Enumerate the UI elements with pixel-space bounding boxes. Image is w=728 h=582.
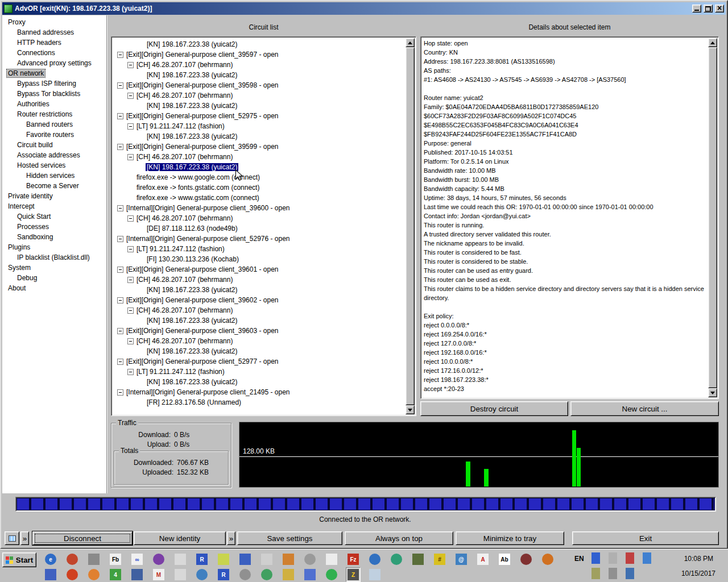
sidebar-item[interactable]: Associate addresses bbox=[2, 150, 106, 160]
circuit-tree-item[interactable]: [KN] 198.167.223.38 (yuicat2) bbox=[113, 315, 404, 326]
circuit-tree-item[interactable]: [Exit][Origin] General-purpose client_52… bbox=[113, 111, 404, 121]
app-icon-b13[interactable] bbox=[303, 567, 317, 582]
sidebar-item[interactable]: Favorite routers bbox=[2, 130, 106, 140]
sidebar-item[interactable]: Bypass Tor blacklists bbox=[2, 89, 106, 99]
sidebar-item[interactable]: Hosted services bbox=[2, 160, 106, 171]
app-icon-12[interactable] bbox=[281, 552, 296, 567]
sidebar-item[interactable]: IP blacklist (Blacklist.dll) bbox=[2, 252, 106, 263]
sidebar-item[interactable]: Banned addresses bbox=[2, 27, 106, 38]
circuit-tree-item[interactable]: [Exit][Origin] General-purpose client_52… bbox=[113, 356, 404, 367]
app-icon-18[interactable] bbox=[411, 552, 425, 567]
app-icon-b12[interactable] bbox=[281, 567, 296, 582]
circuit-tree-item[interactable]: [KN] 198.167.223.38 (yuicat2) bbox=[113, 70, 404, 80]
circuit-tree-item[interactable]: [Exit][Origin] General-purpose client_39… bbox=[113, 80, 404, 90]
scroll-down-button[interactable] bbox=[406, 405, 415, 414]
sidebar-item[interactable]: Sandboxing bbox=[2, 232, 106, 242]
filezilla-taskbar-button[interactable]: Z bbox=[346, 567, 361, 582]
sidebar-item[interactable]: System bbox=[2, 263, 106, 273]
sidebar-item[interactable]: Plugins bbox=[2, 242, 106, 252]
tree-collapse-icon[interactable] bbox=[127, 338, 134, 344]
exit-button[interactable]: Exit bbox=[572, 531, 719, 545]
tree-collapse-icon[interactable] bbox=[127, 307, 134, 314]
restore-button[interactable] bbox=[704, 5, 713, 13]
firebird-icon[interactable]: Fb bbox=[108, 552, 123, 567]
new-identity-button[interactable]: New identity bbox=[134, 531, 226, 545]
app-icon-6[interactable] bbox=[151, 552, 166, 567]
app-icon-8[interactable]: R bbox=[195, 552, 209, 567]
sidebar-item[interactable]: Authorities bbox=[2, 99, 106, 109]
new-circuit-button[interactable]: New circuit ... bbox=[570, 401, 719, 416]
sidebar-item[interactable]: HTTP headers bbox=[2, 38, 106, 48]
circuit-tree-item[interactable]: [CH] 46.28.207.107 (behrmann) bbox=[113, 336, 404, 346]
app-icon-23[interactable] bbox=[519, 552, 533, 567]
circuit-tree-item[interactable]: firefox.exe -> fonts.gstatic.com (connec… bbox=[113, 182, 404, 193]
tree-collapse-icon[interactable] bbox=[127, 154, 134, 160]
tray-network-icon[interactable] bbox=[626, 569, 634, 577]
app-icon-b16[interactable] bbox=[367, 567, 382, 582]
details-scrollbar[interactable] bbox=[708, 38, 717, 397]
circuit-tree-item[interactable]: [Exit][Origin] General-purpose client_39… bbox=[113, 326, 404, 336]
tree-collapse-icon[interactable] bbox=[127, 246, 134, 252]
scroll-up-button[interactable] bbox=[406, 38, 415, 47]
app-icon-b9[interactable]: R bbox=[216, 567, 231, 582]
tree-collapse-icon[interactable] bbox=[127, 369, 134, 375]
details-panel[interactable]: Hop state: open Country: KN Address: 198… bbox=[420, 36, 719, 399]
scroll-thumb[interactable] bbox=[406, 47, 415, 405]
circuit-tree-item[interactable]: [Exit][Origin] General-purpose client_39… bbox=[113, 49, 404, 60]
save-settings-button[interactable]: Save settings bbox=[237, 531, 342, 545]
app-icon-13[interactable] bbox=[303, 552, 317, 567]
sidebar-item[interactable]: Hidden services bbox=[2, 171, 106, 181]
minimize-to-tray-button[interactable]: Minimize to tray bbox=[456, 531, 564, 545]
sidebar-item[interactable]: Processes bbox=[2, 222, 106, 232]
circuit-tree-item[interactable]: firefox.exe -> www.google.com (connect) bbox=[113, 172, 404, 182]
tree-collapse-icon[interactable] bbox=[117, 389, 123, 396]
circuit-tree-item[interactable]: [LT] 91.211.247.112 (fashion) bbox=[113, 121, 404, 131]
circuit-tree-item[interactable]: [Internal][Origin] General-purpose clien… bbox=[113, 234, 404, 244]
sidebar-item[interactable]: Proxy bbox=[2, 17, 106, 27]
sidebar-item[interactable]: Private identity bbox=[2, 191, 106, 201]
circuit-tree-item[interactable]: [KN] 198.167.223.38 (yuicat2) bbox=[113, 162, 404, 172]
circuit-tree-item[interactable]: [CH] 46.28.207.107 (behrmann) bbox=[113, 275, 404, 285]
title-bar[interactable]: AdvOR [exit(KN): 198.167.223.38 (yuicat2… bbox=[2, 2, 726, 15]
circuit-list[interactable]: [KN] 198.167.223.38 (yuicat2) [Exit][Ori… bbox=[111, 36, 416, 416]
tree-collapse-icon[interactable] bbox=[117, 236, 123, 242]
tree-collapse-icon[interactable] bbox=[117, 267, 123, 273]
tray-gem-icon[interactable] bbox=[592, 554, 600, 562]
circuit-tree-item[interactable]: [FR] 212.83.176.58 (Unnamed) bbox=[113, 397, 404, 408]
ie-icon[interactable]: e bbox=[43, 552, 58, 567]
tree-collapse-icon[interactable] bbox=[127, 215, 134, 222]
circuit-tree-item[interactable]: [KN] 198.167.223.38 (yuicat2) bbox=[113, 39, 404, 49]
circuit-scrollbar[interactable] bbox=[406, 38, 415, 414]
sidebar-item[interactable]: Debug bbox=[2, 273, 106, 283]
circuit-tree-item[interactable]: [Exit][Origin] General-purpose client_39… bbox=[113, 264, 404, 275]
circuit-tree-item[interactable]: [CH] 46.28.207.107 (behrmann) bbox=[113, 152, 404, 162]
app-icon-7[interactable] bbox=[173, 552, 188, 567]
sidebar-item[interactable]: About bbox=[2, 283, 106, 293]
scroll-up-button[interactable] bbox=[708, 38, 717, 47]
circuit-tree-item[interactable]: [CH] 46.28.207.107 (behrmann) bbox=[113, 90, 404, 101]
app-icon-b11[interactable] bbox=[259, 567, 274, 582]
app-icon-16[interactable] bbox=[367, 552, 382, 567]
app-icon-3[interactable] bbox=[86, 552, 101, 567]
circuit-tree-item[interactable]: [Exit][Origin] General-purpose client_39… bbox=[113, 142, 404, 152]
close-button[interactable] bbox=[715, 5, 724, 13]
app-icon-b1[interactable] bbox=[43, 567, 58, 582]
scroll-thumb[interactable] bbox=[708, 47, 717, 388]
sidebar-item[interactable]: Circuit build bbox=[2, 140, 106, 150]
circuit-tree-item[interactable]: [CH] 46.28.207.107 (behrmann) bbox=[113, 213, 404, 223]
clock-date[interactable]: 10/15/2017 bbox=[681, 569, 715, 577]
sidebar-item[interactable]: Intercept bbox=[2, 201, 106, 211]
app-icon-b7[interactable] bbox=[173, 567, 188, 582]
app-icon-19[interactable]: # bbox=[432, 552, 447, 567]
app-icon-20[interactable]: @ bbox=[454, 552, 469, 567]
tree-collapse-icon[interactable] bbox=[117, 82, 123, 89]
sidebar-item[interactable]: Router restrictions bbox=[2, 109, 106, 119]
circuit-tree-item[interactable]: [KN] 198.167.223.38 (yuicat2) bbox=[113, 346, 404, 356]
circuit-tree-item[interactable]: firefox.exe -> www.gstatic.com (connect) bbox=[113, 193, 404, 203]
scroll-down-button[interactable] bbox=[708, 388, 717, 397]
circuit-tree-item[interactable]: [KN] 198.167.223.38 (yuicat2) bbox=[113, 377, 404, 387]
circuit-tree-item[interactable]: [CH] 46.28.207.107 (behrmann) bbox=[113, 305, 404, 315]
app-icon-b14[interactable] bbox=[324, 567, 339, 582]
circuit-tree-item[interactable]: [Exit][Origin] General-purpose client_39… bbox=[113, 295, 404, 305]
tray-monitor-icon[interactable] bbox=[643, 554, 651, 562]
